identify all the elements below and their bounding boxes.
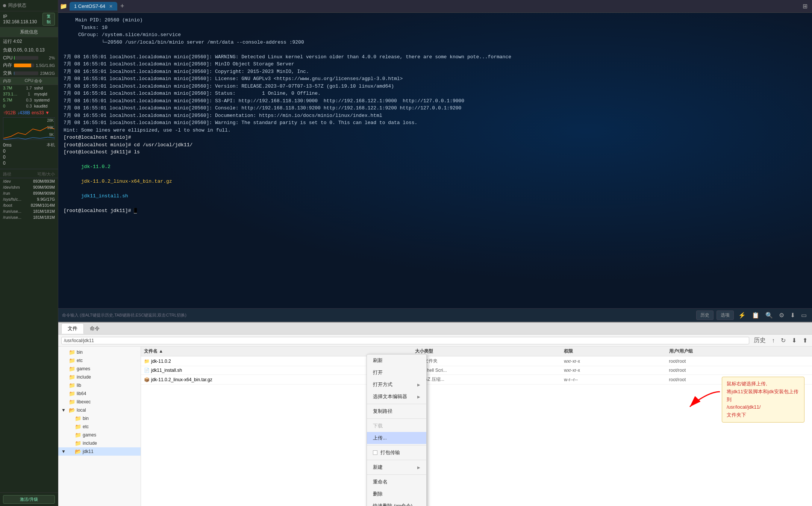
- tree-label-lib64: lib64: [77, 391, 86, 396]
- history-button[interactable]: 历史: [696, 311, 714, 320]
- tree-item-local[interactable]: ▼ 📂 local: [58, 406, 141, 414]
- download-icon[interactable]: ⬇: [789, 311, 797, 320]
- ctx-new[interactable]: 新建: [367, 461, 426, 473]
- sync-dot: [3, 4, 6, 7]
- tree-item-libexec[interactable]: 📁 libexec: [58, 398, 141, 406]
- tab-bar: 📁 1 CentOS7-64 ✕ + ⊞: [58, 0, 812, 13]
- file-row-tar[interactable]: 📦 jdk-11.0.2_linux-x64_bin.tar.gz 171.3 …: [141, 375, 812, 385]
- options-button[interactable]: 选项: [717, 311, 734, 320]
- disk-size-runuse1: 181M/181M: [30, 209, 55, 214]
- ctx-rename[interactable]: 重命名: [367, 476, 426, 488]
- tab-centos7[interactable]: 1 CentOS7-64 ✕: [70, 2, 117, 11]
- folder-icon-libexec: 📁: [69, 399, 75, 405]
- folder-open-icon-jdk11: 📂: [75, 448, 81, 454]
- ls-space1: [81, 171, 90, 177]
- tree-item-local-bin[interactable]: 📁 bin: [58, 414, 141, 423]
- tab-grid-icon[interactable]: ⊞: [803, 3, 807, 10]
- col-header-perm: 权限: [564, 348, 669, 355]
- disk-row-runuse1: /run/use... 181M/181M: [0, 208, 58, 214]
- tree-label-bin: bin: [77, 350, 83, 355]
- terminal-line-17: [root@localhost jdk11]# ls: [64, 148, 807, 156]
- tree-item-lib64[interactable]: 📁 lib64: [58, 389, 141, 398]
- lightning-icon[interactable]: ⚡: [737, 311, 747, 320]
- tree-item-jdk11[interactable]: ▼ 📂 jdk11: [58, 447, 141, 456]
- file-type-tar: GZ 压缩...: [424, 376, 564, 383]
- refresh-button[interactable]: ↻: [779, 336, 787, 345]
- disk-size-sysfs: 9.9G/17G: [30, 197, 55, 201]
- folder-icon-bin: 📁: [69, 349, 75, 355]
- tree-item-bin[interactable]: 📁 bin: [58, 348, 141, 356]
- terminal-area[interactable]: Main PID: 20560 (minio) Tasks: 10 CGroup…: [58, 13, 812, 308]
- swap-track: [14, 71, 38, 75]
- copy-ip-button[interactable]: 复制: [42, 13, 55, 26]
- tree-item-local-etc[interactable]: 📁 etc: [58, 423, 141, 431]
- file-user-jdk-dir: root/root: [669, 359, 809, 364]
- up-button[interactable]: ↑: [770, 336, 776, 345]
- tab-add-button[interactable]: +: [120, 2, 124, 10]
- terminal-bottom-bar: 命令输入 (按ALT键提示历史,TAB键路径,ESC键返回,双击CTRL切换) …: [58, 308, 812, 322]
- ip-label: IP 192.168.118.130: [3, 14, 40, 24]
- terminal-line-1: Tasks: 10: [64, 24, 807, 32]
- ls-dir: jdk-11.0.2: [81, 164, 111, 170]
- tree-item-local-include[interactable]: 📁 include: [58, 439, 141, 447]
- ctx-text-editor[interactable]: 选择文本编辑器: [367, 391, 426, 403]
- proc-cpu-0: 1.7: [24, 86, 34, 90]
- terminal-line-11: 7月 08 16:55:01 localhost.localdomain min…: [64, 105, 807, 112]
- ctx-upload[interactable]: 上传...: [367, 432, 426, 444]
- terminal-line-16: [root@localhost minio]# cd /usr/local/jd…: [64, 141, 807, 149]
- terminal-line-8: 7月 08 16:55:01 localhost.localdomain min…: [64, 83, 807, 90]
- file-list-header: 文件名 ▲ 大小 类型 权限 用户/用户组: [141, 347, 812, 356]
- minimize-icon[interactable]: ▭: [800, 311, 808, 320]
- ctx-quick-delete[interactable]: 快速删除 (rm命令): [367, 500, 426, 506]
- net-up-icon: ↑912B: [3, 110, 16, 115]
- disk-size-devshm: 909M/909M: [30, 185, 55, 189]
- tab-file[interactable]: 文件: [61, 323, 84, 334]
- bottom-panel: 文件 命令 /usr/local/jdk11 历史 ↑ ↻ ⬇ ⬆ 📁 bin: [58, 322, 812, 506]
- ctx-open-with[interactable]: 打开方式: [367, 379, 426, 391]
- terminal-line-10: 7月 08 16:55:01 localhost.localdomain min…: [64, 97, 807, 105]
- disk-header: 路径 可用/大小: [0, 171, 58, 178]
- mem-fill: [14, 64, 31, 67]
- disk-col-size: 可用/大小: [29, 171, 55, 177]
- folder-icon: 📁: [60, 3, 67, 10]
- file-row-jdk-dir[interactable]: 📁 jdk-11.0.2 文件夹 wxr-xr-x root/root: [141, 356, 812, 366]
- file-icon-install-sh: 📄: [144, 368, 150, 373]
- proc-cmd-0: sshd: [34, 86, 55, 90]
- ls-sh: jdk11_install.sh: [81, 193, 128, 199]
- ctx-copy-path[interactable]: 复制路径: [367, 405, 426, 417]
- upload-file-button[interactable]: ⬆: [801, 336, 809, 345]
- proc-cmd-3: kauditd: [34, 104, 55, 108]
- history-file-button[interactable]: 历史: [752, 336, 767, 345]
- ctx-open[interactable]: 打开: [367, 367, 426, 379]
- search-icon[interactable]: 🔍: [764, 311, 774, 320]
- file-label-tar: jdk-11.0.2_linux-x64_bin.tar.gz: [151, 377, 212, 382]
- latency-section: 0ms 本机 0 0 0: [0, 141, 58, 167]
- tree-item-local-games[interactable]: 📁 games: [58, 431, 141, 439]
- tab-close-icon[interactable]: ✕: [109, 4, 113, 9]
- disk-row-devshm: /dev/shm 909M/909M: [0, 184, 58, 190]
- tab-command[interactable]: 命令: [84, 324, 106, 333]
- tree-item-etc[interactable]: 📁 etc: [58, 356, 141, 365]
- ctx-pack-transfer[interactable]: 打包传输: [367, 447, 426, 459]
- tree-label-libexec: libexec: [77, 399, 91, 404]
- file-row-install-sh[interactable]: 📄 jdk11_install.sh 1.5 KB Shell Scri... …: [141, 366, 812, 375]
- ctx-sep-4: [367, 460, 426, 460]
- swap-val: 23M/2G: [40, 71, 55, 76]
- copy-icon[interactable]: 📋: [750, 311, 761, 320]
- tree-item-include[interactable]: 📁 include: [58, 373, 141, 381]
- terminal-line-5: 7月 08 16:55:01 localhost.localdomain min…: [64, 61, 807, 68]
- file-toolbar: /usr/local/jdk11 历史 ↑ ↻ ⬇ ⬆: [58, 335, 812, 347]
- tree-item-lib[interactable]: 📁 lib: [58, 381, 141, 389]
- activate-upgrade-button[interactable]: 激活/升级: [3, 495, 55, 504]
- ctx-refresh[interactable]: 刷新: [367, 355, 426, 367]
- swap-label: 交换: [3, 70, 12, 76]
- ctx-download[interactable]: 下载: [367, 420, 426, 432]
- proc-cmd-2: systemd: [34, 98, 55, 102]
- file-perm-install-sh: wxr-xr-x: [564, 368, 669, 373]
- download-file-button[interactable]: ⬇: [790, 336, 798, 345]
- sysinfo-label: 系统信息: [0, 27, 58, 37]
- settings-icon[interactable]: ⚙: [777, 311, 786, 320]
- ctx-delete[interactable]: 删除: [367, 488, 426, 500]
- folder-icon-local-include: 📁: [75, 440, 81, 446]
- tree-item-games[interactable]: 📁 games: [58, 365, 141, 373]
